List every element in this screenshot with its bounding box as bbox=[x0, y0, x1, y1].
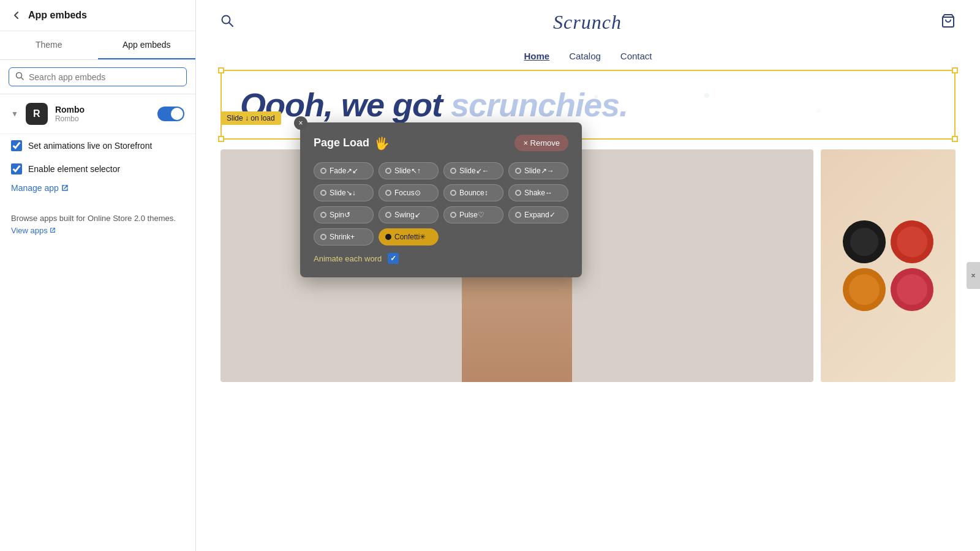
scrunchies-bg bbox=[821, 149, 956, 382]
nav-search-icon[interactable] bbox=[221, 14, 234, 31]
anim-option-slide-left[interactable]: Slide↙← bbox=[443, 162, 503, 179]
sidebar-tabs: Theme App embeds bbox=[0, 31, 195, 60]
embed-toggle[interactable] bbox=[157, 107, 184, 121]
anim-option-swing[interactable]: Swing↙ bbox=[379, 206, 439, 223]
corner-bl bbox=[218, 136, 224, 142]
radio-fade bbox=[320, 168, 326, 174]
back-button[interactable] bbox=[11, 10, 22, 21]
checkbox-row-1: Set animations live on Storefront bbox=[0, 134, 195, 157]
main-preview: Scrunch Home Catalog Contact Oooh, we bbox=[196, 0, 980, 551]
radio-slide-left bbox=[450, 168, 456, 174]
anim-option-slide-right[interactable]: Slide↗→ bbox=[508, 162, 568, 179]
search-input[interactable] bbox=[29, 72, 180, 82]
content-right bbox=[821, 149, 956, 382]
anim-option-pulse[interactable]: Pulse♡ bbox=[443, 206, 503, 223]
radio-shrink bbox=[320, 234, 326, 240]
scrunchie-2 bbox=[889, 219, 935, 265]
set-animations-label: Set animations live on Storefront bbox=[28, 141, 152, 151]
radio-slide-right bbox=[515, 168, 521, 174]
anim-option-shrink[interactable]: Shrink+ bbox=[314, 228, 374, 246]
anim-option-confetti[interactable]: Confetti✳ bbox=[379, 228, 439, 246]
slide-badge: Slide ↓ on load bbox=[221, 111, 281, 125]
corner-br bbox=[952, 136, 958, 142]
radio-shake bbox=[515, 190, 521, 196]
radio-focus bbox=[385, 190, 391, 196]
collapse-button[interactable] bbox=[967, 262, 980, 289]
preview-frame: Scrunch Home Catalog Contact Oooh, we bbox=[196, 0, 980, 551]
scrunchie-3 bbox=[840, 266, 888, 314]
sidebar-title: App embeds bbox=[28, 10, 87, 21]
view-apps-link[interactable]: View apps bbox=[11, 226, 48, 235]
hero-word-4: scrunchies. bbox=[451, 86, 628, 123]
embed-icon-rombo: R bbox=[26, 103, 48, 125]
scrunchie-1 bbox=[839, 217, 889, 267]
animate-each-word-label: Animate each word bbox=[314, 254, 382, 263]
nav-logo: Scrunch bbox=[553, 11, 622, 34]
nav-link-home[interactable]: Home bbox=[524, 51, 549, 61]
scrunchies-grid bbox=[831, 208, 946, 323]
animate-each-word-row: Animate each word bbox=[314, 253, 568, 264]
anim-option-slide-down[interactable]: Slide↘↓ bbox=[314, 184, 374, 201]
set-animations-checkbox[interactable] bbox=[11, 140, 22, 151]
anim-option-expand[interactable]: Expand✓ bbox=[508, 206, 568, 223]
popup-title: Page Load 🖐️ bbox=[314, 136, 390, 151]
radio-spin bbox=[320, 212, 326, 218]
corner-tr bbox=[952, 67, 958, 73]
embed-name: Rombo bbox=[55, 105, 150, 114]
hero-word-2: we bbox=[341, 86, 393, 123]
anim-option-shake[interactable]: Shake↔ bbox=[508, 184, 568, 201]
popup-emoji: 🖐️ bbox=[374, 136, 390, 151]
hero-word-3: got bbox=[393, 86, 451, 123]
radio-slide-down bbox=[320, 190, 326, 196]
anim-option-slide-up[interactable]: Slide↖↑ bbox=[379, 162, 439, 179]
embed-sub: Rombo bbox=[55, 114, 150, 123]
browse-text: Browse apps built for Online Store 2.0 t… bbox=[0, 203, 195, 246]
nav-link-catalog[interactable]: Catalog bbox=[569, 51, 601, 61]
radio-confetti bbox=[385, 234, 391, 240]
hero-text: Oooh, we got scrunchies. bbox=[240, 86, 936, 124]
popup-header: Page Load 🖐️ × Remove bbox=[314, 135, 568, 151]
animate-each-word-checkbox[interactable] bbox=[388, 253, 399, 264]
nav-links: Home Catalog Contact bbox=[196, 45, 980, 70]
storefront-nav: Scrunch bbox=[196, 0, 980, 45]
radio-bounce bbox=[450, 190, 456, 196]
corner-tl bbox=[218, 67, 224, 73]
sidebar: App embeds Theme App embeds ▼ R Rombo Ro… bbox=[0, 0, 196, 551]
nav-link-contact[interactable]: Contact bbox=[620, 51, 652, 61]
search-container bbox=[9, 67, 187, 86]
svg-point-0 bbox=[17, 73, 22, 78]
tab-app-embeds[interactable]: App embeds bbox=[98, 31, 196, 59]
animation-popup: × Page Load 🖐️ × Remove Fade↗↙ Slide↖↑ bbox=[300, 122, 582, 277]
manage-app-link[interactable]: Manage app bbox=[11, 183, 59, 193]
anim-option-spin[interactable]: Spin↺ bbox=[314, 206, 374, 223]
radio-pulse bbox=[450, 212, 456, 218]
animation-options-grid: Fade↗↙ Slide↖↑ Slide↙← Slide↗→ Slid bbox=[314, 162, 568, 246]
search-wrap bbox=[0, 60, 195, 94]
checkbox-row-2: Enable element selector bbox=[0, 157, 195, 181]
popup-close-button[interactable]: × bbox=[294, 116, 307, 130]
view-apps-external-icon bbox=[50, 227, 56, 233]
anim-option-bounce[interactable]: Bounce↕ bbox=[443, 184, 503, 201]
embed-item-rombo: ▼ R Rombo Rombo bbox=[0, 94, 195, 134]
remove-button[interactable]: × Remove bbox=[514, 135, 568, 151]
enable-selector-checkbox[interactable] bbox=[11, 163, 22, 174]
scrunchie-4 bbox=[889, 266, 935, 313]
anim-option-focus[interactable]: Focus⊙ bbox=[379, 184, 439, 201]
tab-theme[interactable]: Theme bbox=[0, 31, 98, 59]
radio-swing bbox=[385, 212, 391, 218]
radio-slide-up bbox=[385, 168, 391, 174]
sidebar-header: App embeds bbox=[0, 0, 195, 31]
external-link-icon bbox=[61, 184, 69, 192]
anim-option-fade[interactable]: Fade↗↙ bbox=[314, 162, 374, 179]
radio-expand bbox=[515, 212, 521, 218]
search-icon bbox=[15, 72, 24, 82]
manage-link-wrap: Manage app bbox=[0, 181, 195, 203]
nav-cart-icon[interactable] bbox=[941, 13, 956, 32]
embed-info: Rombo Rombo bbox=[55, 105, 150, 123]
enable-selector-label: Enable element selector bbox=[28, 164, 120, 174]
embed-chevron-icon: ▼ bbox=[11, 110, 18, 118]
